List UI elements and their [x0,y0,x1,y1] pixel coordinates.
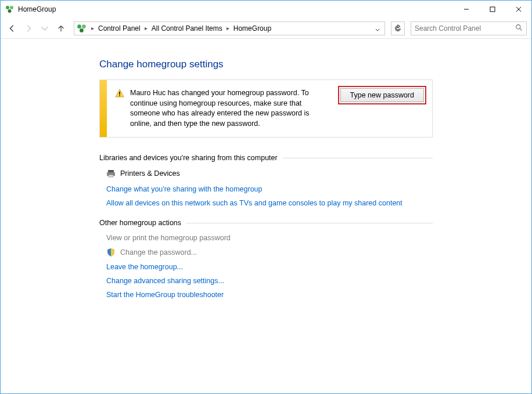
printer-icon [106,169,116,178]
printers-devices-item: Printers & Devices [106,169,433,178]
chevron-right-icon[interactable]: ▸ [143,24,149,32]
allow-devices-link[interactable]: Allow all devices on this network such a… [106,199,433,207]
chevron-right-icon[interactable]: ▸ [225,24,231,32]
view-password-link: View or print the homegroup password [106,234,433,242]
maximize-button[interactable] [479,1,505,18]
svg-point-7 [77,24,81,28]
titlebar: HomeGroup [1,1,531,18]
svg-line-11 [520,28,522,30]
section-sharing-heading: Libraries and devices you're sharing fro… [99,154,433,162]
svg-rect-13 [119,95,120,96]
recent-dropdown[interactable] [38,21,52,35]
type-new-password-button[interactable]: Type new password [340,88,424,102]
warning-icon [115,89,124,98]
forward-button[interactable] [21,21,35,35]
troubleshooter-link[interactable]: Start the HomeGroup troubleshooter [106,291,433,299]
advanced-sharing-link[interactable]: Change advanced sharing settings... [106,277,433,285]
svg-point-1 [10,6,13,9]
search-icon[interactable] [515,23,523,34]
svg-rect-12 [119,92,120,95]
svg-rect-14 [108,170,114,172]
chevron-right-icon[interactable]: ▸ [89,24,96,32]
printers-devices-label: Printers & Devices [120,169,180,178]
homegroup-icon [5,5,15,14]
change-sharing-link[interactable]: Change what you're sharing with the home… [106,185,433,193]
svg-point-2 [8,9,12,13]
window-title: HomeGroup [18,5,56,13]
breadcrumb[interactable]: ▸ Control Panel ▸ All Control Panel Item… [74,21,385,35]
refresh-button[interactable] [391,21,405,35]
change-password-label: Change the password... [120,248,197,256]
breadcrumb-control-panel[interactable]: Control Panel [96,23,143,34]
alert-message: Mauro Huc has changed your homegroup pas… [130,88,328,129]
breadcrumb-dropdown[interactable] [372,22,383,35]
shield-icon [106,248,116,257]
section-actions-heading: Other homegroup actions [99,219,433,227]
homegroup-icon [77,23,87,34]
search-box[interactable] [411,21,527,35]
minimize-button[interactable] [453,1,479,18]
alert-box: Mauro Huc has changed your homegroup pas… [99,79,433,138]
svg-rect-4 [490,7,495,12]
back-button[interactable] [5,21,19,35]
change-password-link: Change the password... [106,248,433,257]
alert-button-highlight: Type new password [338,86,426,104]
window-controls [453,1,531,18]
leave-homegroup-link[interactable]: Leave the homegroup... [106,263,433,271]
svg-point-9 [80,28,84,32]
breadcrumb-all-items[interactable]: All Control Panel Items [149,23,225,34]
svg-point-8 [82,24,86,28]
alert-stripe [100,80,107,137]
close-button[interactable] [505,1,531,18]
svg-point-0 [6,6,9,9]
search-input[interactable] [415,24,515,32]
breadcrumb-homegroup[interactable]: HomeGroup [231,23,274,34]
svg-rect-16 [109,175,113,177]
page-content: Change homegroup settings Mauro Huc has … [1,39,531,299]
svg-point-10 [516,24,520,28]
up-button[interactable] [54,21,68,35]
navbar: ▸ Control Panel ▸ All Control Panel Item… [1,18,531,39]
page-heading: Change homegroup settings [99,59,433,70]
